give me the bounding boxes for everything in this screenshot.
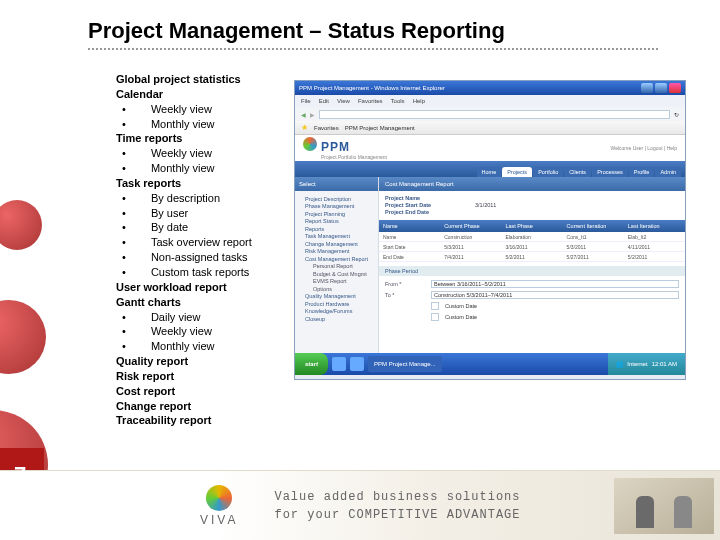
menu-view[interactable]: View [337, 98, 350, 104]
col-header: Last Iteration [624, 223, 685, 229]
menu-favorites[interactable]: Favorites [358, 98, 383, 104]
footer-image [614, 478, 714, 534]
taskbar-icon[interactable] [350, 357, 364, 371]
minimize-icon[interactable] [641, 83, 653, 93]
viva-logo-icon [206, 485, 232, 511]
list-item: Monthly view [116, 339, 286, 354]
url-field[interactable] [319, 110, 670, 119]
tab-processes[interactable]: Processes [592, 167, 628, 177]
sidebar-item[interactable]: Cost Management Report [299, 256, 374, 262]
from-field[interactable]: Between 3/16/2011–5/2/2011 [431, 280, 679, 288]
sidebar-item[interactable]: Risk Management [299, 248, 374, 254]
sidebar-item[interactable]: Project Description [299, 196, 374, 202]
tab-admin[interactable]: Admin [655, 167, 681, 177]
section-header: Phase Period [379, 266, 685, 276]
app-subtitle: Project Portfolio Management [321, 154, 387, 160]
favorites-label[interactable]: Favorites [314, 125, 339, 131]
ie-toolbar: ★ Favorites PPM Project Management [295, 121, 685, 135]
col-header: Last Phase [501, 223, 562, 229]
page-number: 7 [14, 462, 26, 488]
sidebar-item[interactable]: Change Management [299, 241, 374, 247]
tab-projects[interactable]: Projects [502, 167, 532, 177]
project-meta: Project Name Project Start Date3/1/2011 … [379, 191, 685, 220]
list-item: Monthly view [116, 161, 286, 176]
form-label: From * [385, 281, 425, 287]
tab-profile[interactable]: Profile [629, 167, 655, 177]
sidebar-subitem[interactable]: Personal Report [299, 263, 374, 269]
sidebar-item[interactable]: Project Planning [299, 211, 374, 217]
footer-logo-text: VIVA [200, 513, 238, 527]
list-item: Monthly view [116, 117, 286, 132]
list-heading: Time reports [116, 131, 286, 146]
slide-footer: VIVA Value added business solutions for … [0, 470, 720, 540]
taskbar-item[interactable]: PPM Project Manage... [368, 356, 442, 372]
close-icon[interactable] [669, 83, 681, 93]
app-tabs: Home Projects Portfolio Clients Processe… [295, 161, 685, 177]
sidebar-item[interactable]: Product Hardware [299, 301, 374, 307]
menu-file[interactable]: File [301, 98, 311, 104]
list-item: By user [116, 206, 286, 221]
sidebar-item[interactable]: Task Management [299, 233, 374, 239]
table-row: End Date 7/4/2011 5/2/2011 5/27/2011 5/2… [379, 252, 685, 262]
content-pane: Cost Management Report Project Name Proj… [379, 177, 685, 353]
checkbox-label: Custom Date [445, 303, 477, 309]
tray-net-label: Internet [627, 361, 647, 367]
list-heading: Change report [116, 399, 286, 414]
form-label: To * [385, 292, 425, 298]
footer-tagline: Value added business solutions for your … [274, 488, 520, 524]
list-heading: Gantt charts [116, 295, 286, 310]
menu-tools[interactable]: Tools [391, 98, 405, 104]
start-button[interactable]: start [295, 353, 328, 375]
embedded-screenshot: PPM Project Management - Windows Interne… [294, 80, 686, 380]
taskbar-icon[interactable] [332, 357, 346, 371]
tab-home[interactable]: Home [477, 167, 502, 177]
list-item: Weekly view [116, 146, 286, 161]
list-heading: Global project statistics [116, 72, 286, 87]
sidebar-item[interactable]: Quality Management [299, 293, 374, 299]
sidebar-header: Select [295, 177, 378, 191]
list-item: Weekly view [116, 324, 286, 339]
sidebar-item[interactable]: Reports [299, 226, 374, 232]
app-name: PPM [321, 140, 387, 154]
windows-taskbar: start PPM Project Manage... 🌐 Internet 1… [295, 353, 685, 375]
list-heading: Traceability report [116, 413, 286, 428]
sidebar-subitem[interactable]: Options [299, 286, 374, 292]
slide-title: Project Management – Status Reporting [88, 18, 505, 44]
browser-tab[interactable]: PPM Project Management [345, 125, 415, 131]
list-heading: Task reports [116, 176, 286, 191]
sidebar-item[interactable]: Report Status [299, 218, 374, 224]
feature-list: Global project statistics Calendar Weekl… [116, 72, 286, 428]
tab-portfolio[interactable]: Portfolio [533, 167, 563, 177]
list-heading: Calendar [116, 87, 286, 102]
maximize-icon[interactable] [655, 83, 667, 93]
address-bar: ◀ ▶ ↻ [295, 107, 685, 121]
window-title: PPM Project Management - Windows Interne… [299, 85, 445, 91]
forward-icon[interactable]: ▶ [310, 111, 315, 118]
sidebar-subitem[interactable]: EVMS Report [299, 278, 374, 284]
favorites-icon[interactable]: ★ [301, 123, 308, 132]
checkbox[interactable] [431, 302, 439, 310]
menu-edit[interactable]: Edit [319, 98, 329, 104]
sidebar-item[interactable]: Knowledge/Forums [299, 308, 374, 314]
list-heading: Cost report [116, 384, 286, 399]
list-item: Weekly view [116, 102, 286, 117]
checkbox[interactable] [431, 313, 439, 321]
back-icon[interactable]: ◀ [301, 111, 306, 118]
sidebar-item[interactable]: Phase Management [299, 203, 374, 209]
to-field[interactable]: Construction 5/3/2011–7/4/2011 [431, 291, 679, 299]
sidebar-item[interactable]: Closeup [299, 316, 374, 322]
meta-label: Project End Date [385, 209, 455, 215]
list-item: Task overview report [116, 235, 286, 250]
col-header: Name [379, 223, 440, 229]
window-titlebar: PPM Project Management - Windows Interne… [295, 81, 685, 95]
footer-logo: VIVA [200, 485, 238, 527]
refresh-icon[interactable]: ↻ [674, 111, 679, 118]
tab-clients[interactable]: Clients [564, 167, 591, 177]
sidebar: Select Project Description Phase Managem… [295, 177, 379, 353]
network-icon[interactable]: 🌐 [616, 361, 623, 368]
list-item: By date [116, 220, 286, 235]
pane-header: Cost Management Report [379, 177, 685, 191]
sidebar-subitem[interactable]: Budget & Cost Mngmt [299, 271, 374, 277]
meta-label: Project Name [385, 195, 455, 201]
menu-help[interactable]: Help [413, 98, 425, 104]
